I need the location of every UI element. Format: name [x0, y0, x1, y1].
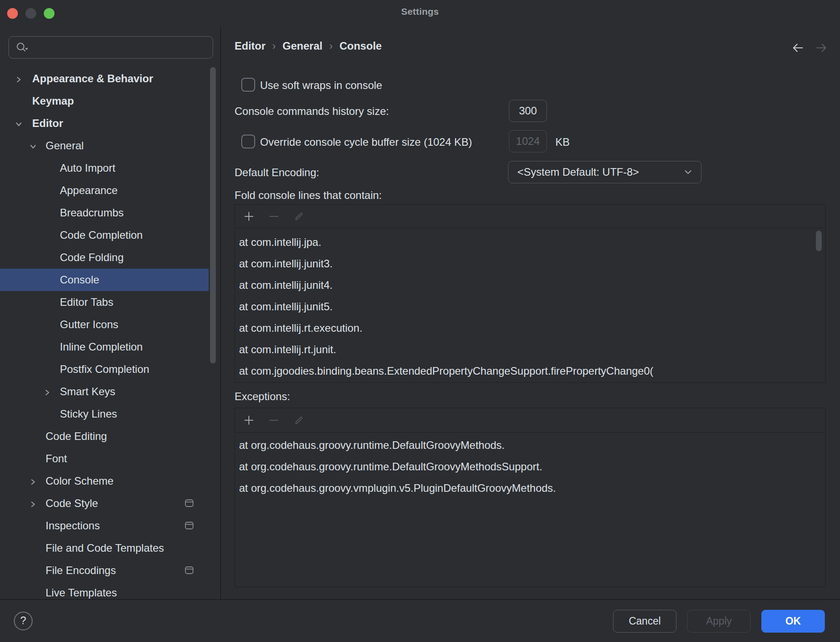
chevron-right-icon[interactable]: [29, 477, 38, 486]
sidebar-item-label: Appearance: [60, 184, 118, 197]
console-settings-panel: Editor › General › Console Use soft wrap…: [221, 27, 840, 599]
edit-button[interactable]: [292, 414, 306, 427]
sidebar-item-inline-completion[interactable]: Inline Completion: [0, 336, 209, 358]
sidebar-item-live-templates[interactable]: Live Templates: [0, 582, 209, 599]
fold-lines-listbox: at com.intellij.jpa.at com.intellij.juni…: [235, 204, 826, 383]
list-item[interactable]: at org.codehaus.groovy.vmplugin.v5.Plugi…: [239, 477, 825, 499]
window-icon: [185, 499, 193, 507]
sidebar-item-font[interactable]: Font: [0, 448, 209, 470]
list-item[interactable]: at com.jgoodies.binding.beans.ExtendedPr…: [239, 360, 825, 382]
sidebar-item-breadcrumbs[interactable]: Breadcrumbs: [0, 202, 209, 224]
sidebar-item-inspections[interactable]: Inspections: [0, 515, 209, 537]
sidebar-item-console[interactable]: Console: [0, 269, 209, 291]
sidebar-item-label: Console: [60, 274, 99, 286]
sidebar-item-code-style[interactable]: Code Style: [0, 492, 209, 515]
list-item[interactable]: at com.intellij.junit3.: [239, 253, 825, 275]
buffer-unit-label: KB: [555, 135, 570, 149]
sidebar-item-smart-keys[interactable]: Smart Keys: [0, 380, 209, 403]
exceptions-label: Exceptions:: [235, 389, 290, 403]
question-mark-icon: ?: [20, 614, 26, 627]
list-item[interactable]: at com.intellij.rt.execution.: [239, 317, 825, 339]
remove-button[interactable]: [267, 414, 281, 427]
default-encoding-label: Default Encoding:: [235, 165, 319, 179]
back-arrow-icon[interactable]: [791, 42, 804, 54]
history-size-label: Console commands history size:: [235, 104, 389, 118]
sidebar-item-code-completion[interactable]: Code Completion: [0, 224, 209, 246]
chevron-right-icon[interactable]: [29, 499, 38, 508]
chevron-right-icon[interactable]: [43, 387, 52, 396]
breadcrumb-general[interactable]: General: [282, 40, 322, 52]
window-icon: [185, 522, 193, 529]
forward-arrow-icon[interactable]: [815, 42, 828, 54]
settings-tree: Appearance & BehaviorKeymapEditorGeneral…: [0, 68, 209, 599]
sidebar-item-keymap[interactable]: Keymap: [0, 90, 209, 112]
soft-wraps-label: Use soft wraps in console: [260, 78, 382, 92]
sidebar-item-label: Breadcrumbs: [60, 207, 124, 219]
sidebar-item-label: File and Code Templates: [46, 542, 164, 554]
apply-button: Apply: [687, 610, 751, 633]
sidebar-item-code-folding[interactable]: Code Folding: [0, 246, 209, 269]
sidebar-item-auto-import[interactable]: Auto Import: [0, 157, 209, 179]
add-button[interactable]: [242, 210, 256, 223]
sidebar-item-postfix-completion[interactable]: Postfix Completion: [0, 358, 209, 380]
ok-button[interactable]: OK: [761, 610, 825, 633]
sidebar-item-label: Keymap: [32, 95, 74, 107]
exceptions-listbox: at org.codehaus.groovy.runtime.DefaultGr…: [235, 408, 826, 587]
sidebar-item-appearance[interactable]: Appearance: [0, 179, 209, 202]
help-button[interactable]: ?: [14, 612, 33, 630]
dialog-buttons: Cancel Apply OK: [613, 610, 825, 633]
sidebar-item-label: Color Scheme: [46, 475, 113, 487]
sidebar-item-label: General: [46, 139, 84, 152]
fold-list-scrollbar[interactable]: [816, 231, 822, 251]
breadcrumb-console: Console: [340, 40, 382, 52]
sidebar-item-label: Code Style: [46, 497, 98, 510]
sidebar-item-label: Live Templates: [46, 587, 117, 599]
add-button[interactable]: [242, 414, 256, 427]
list-item[interactable]: at org.codehaus.groovy.runtime.DefaultGr…: [239, 456, 825, 477]
sidebar-item-file-encodings[interactable]: File Encodings: [0, 559, 209, 582]
sidebar-item-sticky-lines[interactable]: Sticky Lines: [0, 403, 209, 425]
cancel-button[interactable]: Cancel: [613, 610, 676, 633]
chevron-right-icon[interactable]: [14, 74, 23, 83]
sidebar-item-editor[interactable]: Editor: [0, 112, 209, 135]
chevron-down-icon[interactable]: [14, 119, 23, 128]
history-size-input[interactable]: [509, 100, 547, 122]
sidebar-item-label: Code Folding: [60, 251, 124, 264]
sidebar-scrollbar[interactable]: [210, 67, 216, 363]
chevron-down-icon: [682, 166, 694, 178]
search-input[interactable]: [34, 41, 213, 54]
footer: ? Cancel Apply OK: [0, 600, 840, 642]
sidebar-item-code-editing[interactable]: Code Editing: [0, 425, 209, 448]
sidebar-item-appearance-behavior[interactable]: Appearance & Behavior: [0, 68, 209, 90]
sidebar-item-label: Editor: [32, 117, 63, 130]
soft-wraps-checkbox[interactable]: [241, 78, 255, 92]
settings-search-box[interactable]: [8, 36, 213, 59]
titlebar: Settings: [0, 0, 840, 27]
fold-lines-label: Fold console lines that contain:: [235, 188, 382, 202]
sidebar-item-gutter-icons[interactable]: Gutter Icons: [0, 313, 209, 336]
chevron-down-icon[interactable]: [29, 141, 38, 150]
remove-button[interactable]: [267, 210, 281, 223]
breadcrumb-editor[interactable]: Editor: [235, 40, 265, 52]
list-item[interactable]: at org.codehaus.groovy.runtime.DefaultGr…: [239, 435, 825, 456]
list-item[interactable]: at com.intellij.junit5.: [239, 296, 825, 317]
sidebar-item-editor-tabs[interactable]: Editor Tabs: [0, 291, 209, 313]
override-buffer-label: Override console cycle buffer size (1024…: [260, 135, 472, 149]
sidebar-item-color-scheme[interactable]: Color Scheme: [0, 470, 209, 492]
default-encoding-select[interactable]: <System Default: UTF-8>: [508, 161, 701, 183]
sidebar-item-label: Sticky Lines: [60, 408, 117, 420]
window-icon: [185, 566, 193, 574]
default-encoding-value: <System Default: UTF-8>: [517, 166, 639, 178]
sidebar-item-label: Code Editing: [46, 430, 107, 443]
sidebar-item-file-and-code-templates[interactable]: File and Code Templates: [0, 537, 209, 559]
sidebar-item-general[interactable]: General: [0, 135, 209, 157]
exceptions-list: at org.codehaus.groovy.runtime.DefaultGr…: [235, 433, 825, 499]
override-buffer-checkbox[interactable]: [241, 135, 255, 148]
sidebar-item-label: Appearance & Behavior: [32, 72, 153, 85]
sidebar-item-label: Inline Completion: [60, 341, 143, 353]
list-item[interactable]: at com.intellij.junit4.: [239, 275, 825, 296]
list-item[interactable]: at com.intellij.rt.junit.: [239, 339, 825, 360]
list-item[interactable]: at com.intellij.jpa.: [239, 232, 825, 253]
history-nav: [791, 42, 828, 54]
edit-button[interactable]: [292, 210, 306, 223]
